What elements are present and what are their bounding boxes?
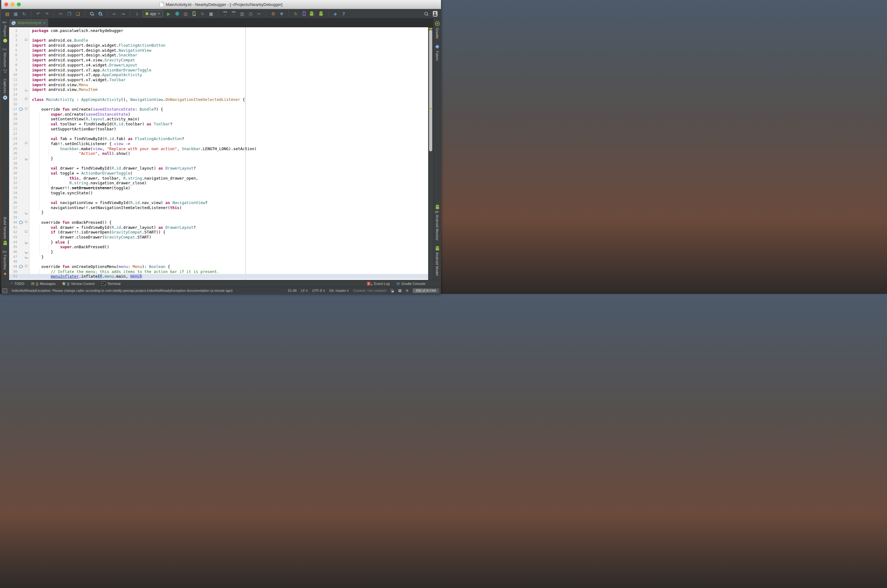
- fold-marker-end[interactable]: [24, 249, 30, 255]
- fold-marker-end[interactable]: [24, 210, 30, 215]
- tool-window-toggle-icon[interactable]: [3, 288, 7, 293]
- fold-marker-end[interactable]: [24, 156, 30, 161]
- memory-indicator[interactable]: 858 of 4029M: [413, 288, 439, 293]
- override-method-icon[interactable]: ↑: [19, 220, 24, 225]
- help-icon[interactable]: ?: [341, 10, 347, 17]
- code-line-9[interactable]: 9import android.support.v7.app.ActionBar…: [9, 68, 428, 73]
- tool-window-button-gradle-console[interactable]: ▤Gradle Console: [397, 281, 425, 286]
- search-everywhere-icon[interactable]: [424, 10, 429, 17]
- project-structure-icon[interactable]: ❖: [279, 10, 284, 17]
- replace-icon[interactable]: A: [98, 10, 103, 17]
- fold-marker-start[interactable]: [24, 38, 30, 43]
- code-line-47[interactable]: 47 }: [9, 255, 428, 260]
- code-line-24[interactable]: 24 fab!!.setOnClickListener { view ->: [9, 141, 428, 146]
- code-line-3[interactable]: 3import android.os.Bundle: [9, 38, 428, 43]
- tool-window-button-gradle[interactable]: Gradle: [435, 18, 440, 42]
- debug-icon[interactable]: [174, 10, 180, 17]
- tool-window-button-9-version-control[interactable]: 9: Version Control: [62, 282, 95, 285]
- code-line-12[interactable]: 12import android.view.Menu: [9, 82, 428, 87]
- fold-marker-end[interactable]: [24, 87, 30, 92]
- document-proxy-icon[interactable]: [159, 2, 164, 7]
- forward-icon[interactable]: →: [120, 10, 126, 17]
- code-line-26[interactable]: 26 "Action", null).show(): [9, 151, 428, 156]
- tool-window-button-event-log[interactable]: !4Event Log: [367, 281, 390, 286]
- code-line-13[interactable]: 13import android.view.MenuItem: [9, 87, 428, 92]
- local-history-icon[interactable]: ◷: [248, 10, 253, 17]
- code-line-30[interactable]: 30 val toggle = ActionBarDrawerToggle(: [9, 171, 428, 176]
- code-line-37[interactable]: 37 navigationView!!.setNavigationItemSel…: [9, 205, 428, 210]
- undo-icon[interactable]: ↶: [35, 10, 41, 17]
- code-editor[interactable]: 1package com.pascalwelsch.nearbydebugger…: [9, 27, 428, 280]
- code-line-32[interactable]: 32 R.string.navigation_drawer_close): [9, 180, 428, 186]
- code-line-6[interactable]: 6import android.support.design.widget.Sn…: [9, 52, 428, 58]
- code-line-35[interactable]: 35: [9, 195, 428, 200]
- code-line-18[interactable]: 18 super.onCreate(savedInstanceState): [9, 112, 428, 117]
- code-line-49[interactable]: 49↑ override fun onCreateOptionsMenu(men…: [9, 264, 428, 269]
- scrollbar-thumb[interactable]: [429, 30, 432, 152]
- update-binary-icon[interactable]: ↓: [134, 10, 140, 17]
- code-line-41[interactable]: 41 val drawer = findViewById(R.id.drawer…: [9, 225, 428, 230]
- code-line-15[interactable]: 15class MainActivity : AppCompatActivity…: [9, 97, 428, 102]
- tool-window-button-7-structure[interactable]: 7: Structure: [3, 45, 8, 75]
- code-line-19[interactable]: 19 setContentView(R.layout.activity_main…: [9, 117, 428, 122]
- code-line-34[interactable]: 34 toggle.syncState(): [9, 190, 428, 196]
- code-line-28[interactable]: 28: [9, 161, 428, 166]
- code-line-23[interactable]: 23 val fab = findViewById(R.id.fab) as F…: [9, 136, 428, 141]
- code-line-44[interactable]: 44 } else {: [9, 240, 428, 245]
- fold-marker-end[interactable]: [24, 255, 30, 260]
- cut-icon[interactable]: ✂: [58, 10, 64, 17]
- code-line-25[interactable]: 25 Snackbar.make(view, "Replace with you…: [9, 146, 428, 152]
- code-line-43[interactable]: 43 drawer.closeDrawer(GravityCompat.STAR…: [9, 235, 428, 240]
- deprecation-marker[interactable]: [429, 108, 433, 109]
- code-line-8[interactable]: 8import android.support.v4.widget.Drawer…: [9, 63, 428, 68]
- tool-window-button-terminal[interactable]: >_Terminal: [101, 282, 120, 285]
- code-line-5[interactable]: 5import android.support.design.widget.Na…: [9, 48, 428, 53]
- warning-marker[interactable]: [429, 28, 432, 30]
- gem-icon[interactable]: ◈: [332, 10, 338, 17]
- redo-icon[interactable]: ↷: [44, 10, 50, 17]
- code-line-31[interactable]: 31 this, drawer, toolbar, R.string.navig…: [9, 176, 428, 181]
- attach-debugger-icon[interactable]: [191, 10, 197, 17]
- code-line-36[interactable]: 36 val navigationView = findViewById(R.i…: [9, 200, 428, 205]
- save-all-icon[interactable]: ▦: [13, 10, 18, 17]
- hector-inspections-icon[interactable]: [398, 289, 401, 292]
- code-line-21[interactable]: 21 setSupportActionBar(toolbar): [9, 127, 428, 132]
- code-line-38[interactable]: 38 }: [9, 210, 428, 215]
- code-line-7[interactable]: 7import android.support.v4.view.GravityC…: [9, 58, 428, 63]
- run-icon[interactable]: ▶: [166, 10, 171, 17]
- line-separator-selector[interactable]: LF: [301, 289, 308, 292]
- vcs-update-icon[interactable]: VCS↓: [223, 10, 228, 17]
- code-line-16[interactable]: 16: [9, 102, 428, 107]
- override-method-icon[interactable]: ↑: [19, 264, 24, 269]
- coverage-icon[interactable]: ▧: [183, 10, 188, 17]
- code-line-1[interactable]: 1package com.pascalwelsch.nearbydebugger: [9, 28, 428, 33]
- code-line-14[interactable]: 14: [9, 92, 428, 97]
- fold-marker-start[interactable]: [24, 141, 30, 146]
- code-line-20[interactable]: 20 val toolbar = findViewById(R.id.toolb…: [9, 122, 428, 127]
- gradle-sync-icon[interactable]: ↻: [293, 10, 299, 17]
- tool-window-button-todo[interactable]: ◔TODO: [11, 282, 24, 285]
- code-line-39[interactable]: 39: [9, 215, 428, 220]
- fold-marker-start[interactable]: [24, 97, 30, 102]
- code-line-22[interactable]: 22: [9, 131, 428, 136]
- override-method-icon[interactable]: ↑: [19, 107, 24, 112]
- fold-marker-start[interactable]: [24, 230, 30, 235]
- back-icon[interactable]: ←: [112, 10, 117, 17]
- tool-window-button-android-model[interactable]: Android Model: [435, 243, 439, 279]
- code-line-2[interactable]: 2: [9, 33, 428, 38]
- find-icon[interactable]: [89, 10, 95, 17]
- paste-icon[interactable]: ❏: [75, 10, 81, 17]
- encoding-selector[interactable]: UTF-8: [312, 289, 325, 292]
- code-line-33[interactable]: 33 drawer!!.setDrawerListener(toggle): [9, 186, 428, 190]
- code-line-29[interactable]: 29 val drawer = findViewById(R.id.drawer…: [9, 166, 428, 171]
- code-line-17[interactable]: 17↑ override fun onCreate(savedInstanceS…: [9, 107, 428, 112]
- tool-window-button-2-favorites[interactable]: 2: Favorites★: [3, 248, 7, 279]
- lock-icon[interactable]: [391, 291, 394, 292]
- code-line-45[interactable]: 45 super.onBackPressed(): [9, 244, 428, 249]
- caret-position[interactable]: 51:48: [288, 289, 297, 292]
- stop-icon[interactable]: ■: [208, 10, 214, 17]
- shelve-icon[interactable]: ▥: [239, 10, 245, 17]
- revert-icon[interactable]: ↩: [256, 10, 262, 17]
- code-line-51[interactable]: 51 menuInflater.inflate(R.menu.main, men…: [9, 274, 428, 279]
- copy-icon[interactable]: ❐: [66, 10, 72, 17]
